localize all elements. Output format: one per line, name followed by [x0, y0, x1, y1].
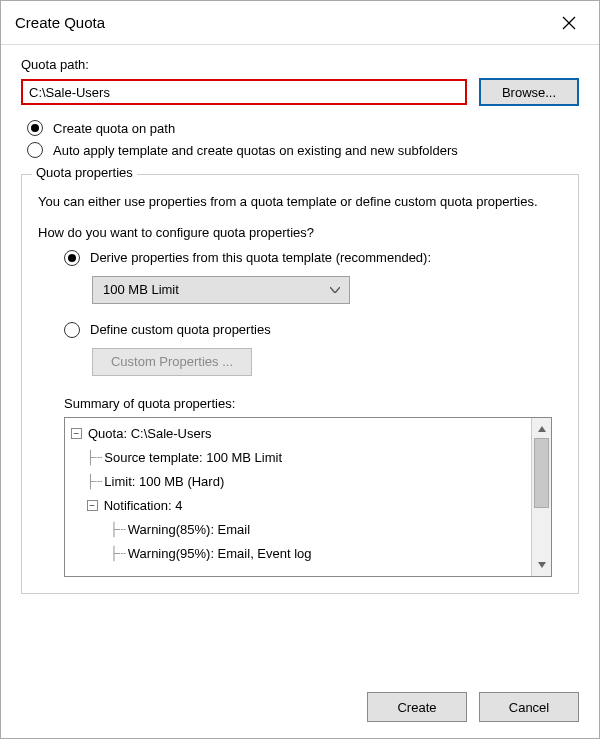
tree-branch-icon: ├┄ [71, 546, 126, 561]
derive-template-option[interactable]: Derive properties from this quota templa… [64, 250, 562, 266]
tree-item-label: Warning(85%): Email [128, 522, 250, 537]
chevron-down-icon [325, 277, 345, 303]
quota-path-row: Browse... [21, 78, 579, 106]
tree-item-label: Warning(95%): Email, Event log [128, 546, 312, 561]
tree-item[interactable]: ├┄ Warning(85%): Email [71, 518, 529, 542]
titlebar: Create Quota [1, 1, 599, 45]
scroll-track[interactable] [532, 438, 551, 556]
close-button[interactable] [549, 7, 589, 39]
close-icon [562, 16, 576, 30]
tree-branch-icon: ├┄ [71, 474, 102, 489]
dialog-footer: Create Cancel [1, 682, 599, 738]
define-custom-option[interactable]: Define custom quota properties [64, 322, 562, 338]
dialog-content: Quota path: Browse... Create quota on pa… [1, 45, 599, 682]
browse-button[interactable]: Browse... [479, 78, 579, 106]
tree-branch-icon [71, 498, 87, 513]
tree-item[interactable]: ├┄ Source template: 100 MB Limit [71, 446, 529, 470]
summary-tree-box: − Quota: C:\Sale-Users ├┄ Source templat… [64, 417, 552, 577]
create-button[interactable]: Create [367, 692, 467, 722]
auto-apply-label: Auto apply template and create quotas on… [53, 143, 458, 158]
tree-branch-icon: ├┄ [71, 522, 126, 537]
quota-properties-prompt: How do you want to configure quota prope… [38, 225, 562, 240]
radio-icon [64, 322, 80, 338]
define-custom-label: Define custom quota properties [90, 322, 271, 337]
window-title: Create Quota [15, 14, 105, 31]
scrollbar[interactable] [531, 418, 551, 576]
scroll-thumb[interactable] [534, 438, 549, 508]
tree-item-label: Limit: 100 MB (Hard) [104, 474, 224, 489]
quota-properties-intro: You can either use properties from a quo… [38, 193, 562, 211]
tree-item-label: Source template: 100 MB Limit [104, 450, 282, 465]
radio-icon [64, 250, 80, 266]
custom-properties-button: Custom Properties ... [92, 348, 252, 376]
create-on-path-option[interactable]: Create quota on path [21, 120, 579, 136]
tree-collapse-icon[interactable]: − [87, 500, 98, 511]
create-on-path-label: Create quota on path [53, 121, 175, 136]
tree-notification-node[interactable]: − Notification: 4 [71, 494, 529, 518]
auto-apply-option[interactable]: Auto apply template and create quotas on… [21, 142, 579, 158]
quota-path-input[interactable] [21, 79, 467, 105]
radio-icon [27, 120, 43, 136]
tree-collapse-icon[interactable]: − [71, 428, 82, 439]
tree-item[interactable]: ├┄ Warning(95%): Email, Event log [71, 542, 529, 566]
derive-template-block: Derive properties from this quota templa… [38, 250, 562, 376]
derive-template-label: Derive properties from this quota templa… [90, 250, 431, 265]
scroll-up-icon[interactable] [532, 420, 551, 438]
create-quota-dialog: Create Quota Quota path: Browse... Creat… [0, 0, 600, 739]
template-selected-label: 100 MB Limit [103, 282, 179, 297]
tree-root[interactable]: − Quota: C:\Sale-Users [71, 422, 529, 446]
radio-icon [27, 142, 43, 158]
tree-root-label: Quota: C:\Sale-Users [88, 426, 212, 441]
quota-path-field-wrap [21, 79, 467, 105]
cancel-button[interactable]: Cancel [479, 692, 579, 722]
quota-path-label: Quota path: [21, 57, 579, 72]
summary-tree[interactable]: − Quota: C:\Sale-Users ├┄ Source templat… [65, 418, 531, 576]
scroll-down-icon[interactable] [532, 556, 551, 574]
quota-properties-group: Quota properties You can either use prop… [21, 174, 579, 594]
tree-branch-icon: ├┄ [71, 450, 102, 465]
summary-label: Summary of quota properties: [64, 396, 562, 411]
tree-item[interactable]: ├┄ Limit: 100 MB (Hard) [71, 470, 529, 494]
tree-item-label: Notification: 4 [104, 498, 183, 513]
template-select[interactable]: 100 MB Limit [92, 276, 350, 304]
quota-properties-legend: Quota properties [32, 165, 137, 180]
